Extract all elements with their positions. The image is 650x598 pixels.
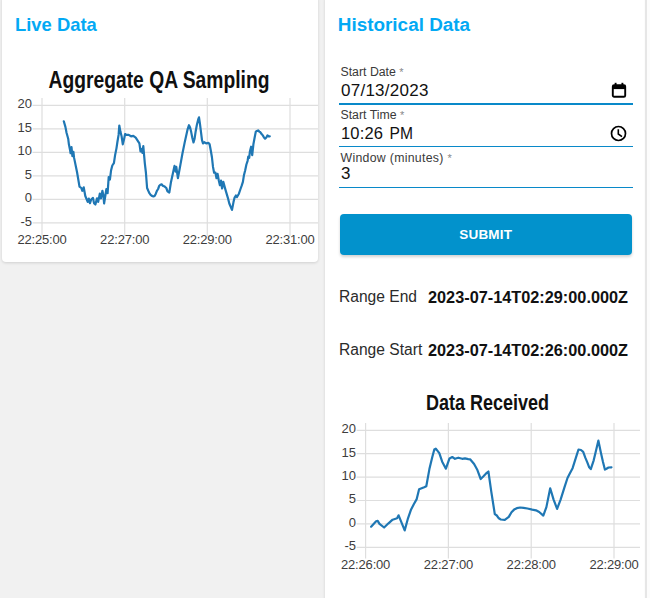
svg-text:5: 5 [349,491,356,506]
svg-text:0: 0 [349,515,356,530]
svg-text:15: 15 [18,120,32,135]
svg-text:0: 0 [25,190,32,205]
svg-text:20: 20 [18,96,32,111]
svg-text:22:27:00: 22:27:00 [100,232,149,247]
svg-text:Aggregate QA Sampling: Aggregate QA Sampling [49,67,270,93]
svg-text:Data Received: Data Received [426,390,549,415]
svg-text:10: 10 [18,143,32,158]
svg-text:22:28:00: 22:28:00 [507,557,556,572]
svg-text:-5: -5 [344,538,356,553]
svg-text:5: 5 [25,167,32,182]
svg-text:22:29:00: 22:29:00 [183,232,232,247]
svg-text:22:25:00: 22:25:00 [17,232,66,247]
svg-text:22:26:00: 22:26:00 [341,557,390,572]
svg-text:22:27:00: 22:27:00 [424,557,473,572]
svg-text:22:31:00: 22:31:00 [265,232,314,247]
svg-text:15: 15 [342,445,356,460]
svg-text:22:29:00: 22:29:00 [589,557,638,572]
svg-text:10: 10 [342,468,356,483]
svg-text:-5: -5 [20,214,32,229]
svg-text:20: 20 [342,421,356,436]
